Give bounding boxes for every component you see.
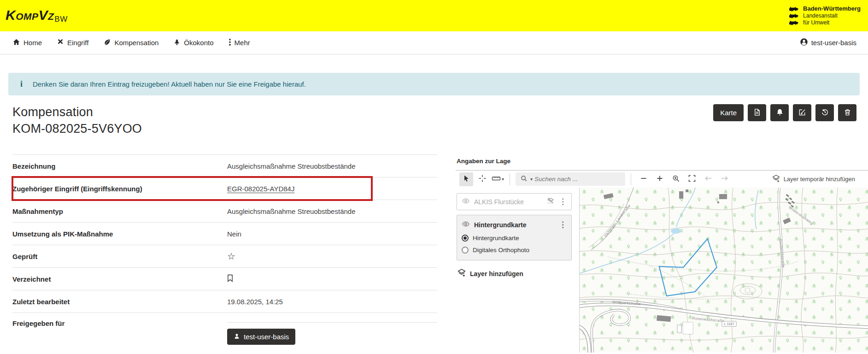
- add-temp-layer-button[interactable]: Layer temporär hinzufügen: [772, 174, 855, 184]
- edit-button[interactable]: [793, 104, 811, 121]
- eye-icon[interactable]: [462, 220, 470, 230]
- logo-part: V: [39, 7, 48, 23]
- select-tool-button[interactable]: [459, 172, 473, 186]
- agency-line2: Landesanstalt: [803, 12, 861, 19]
- row-label: Zugehöriger Eingriff (Eingriffskennung): [12, 185, 227, 193]
- nav-label: Ökokonto: [184, 39, 213, 47]
- layer-alkis-label: ALKIS Flurstücke: [474, 198, 542, 206]
- shared-user-chip[interactable]: test-user-basis: [227, 329, 295, 345]
- layer-panel-column: ALKIS Flurstücke ⋮ Hintergrundkarte ⋮ Hi…: [456, 188, 579, 353]
- zoom-out-button[interactable]: [637, 172, 651, 186]
- action-buttons: Karte: [713, 104, 856, 121]
- row-label: Bezeichnung: [12, 162, 227, 170]
- row-value: Ausgleichsmaßnahme Streuobstbestände: [227, 162, 356, 170]
- app-header: KOMPVZBW Baden-Württemberg Landesanstalt…: [0, 0, 868, 31]
- divider: [631, 173, 631, 185]
- document-icon: [753, 108, 761, 118]
- plus-icon: [656, 174, 664, 184]
- star-outline-icon: ☆: [227, 251, 235, 261]
- page-title: Kompensation: [12, 104, 142, 120]
- magnifier-plus-icon: [672, 174, 680, 184]
- karte-button[interactable]: Karte: [713, 104, 744, 121]
- chevron-down-icon[interactable]: ▾: [530, 177, 533, 182]
- person-icon: [234, 333, 240, 341]
- layer-menu-icon[interactable]: ⋮: [559, 198, 567, 206]
- table-row: Umsetzung als PIK-Maßnahme Nein: [12, 223, 437, 245]
- topographic-map: Vaihinger Landstraße Wildparkstraße Rote…: [580, 188, 868, 353]
- nav-item-kompensation[interactable]: Kompensation: [103, 38, 158, 47]
- measure-tool-button[interactable]: ▾: [492, 174, 504, 184]
- nav-item-home[interactable]: Home: [12, 38, 42, 47]
- road-number: L 1187: [724, 322, 734, 326]
- kompvz-logo[interactable]: KOMPVZBW: [6, 8, 68, 23]
- layer-panel-alkis[interactable]: ALKIS Flurstücke ⋮: [457, 193, 572, 210]
- history-forward-button[interactable]: [717, 172, 731, 186]
- table-row: Freigegeben für test-user-basis: [12, 313, 437, 354]
- page-id: KOM-082025-5V6YOO: [12, 120, 142, 137]
- row-value: 19.08.2025, 14:25: [227, 298, 283, 306]
- bw-coat-of-arms-icon: [788, 6, 799, 26]
- nav-item-oekokonto[interactable]: Ökokonto: [173, 38, 213, 47]
- user-circle-icon: [800, 38, 808, 47]
- row-label: Zuletzt bearbeitet: [12, 298, 227, 306]
- fullscreen-icon: [688, 174, 696, 184]
- row-value: Ausgleichsmaßnahme Streuobstbestände: [227, 207, 356, 215]
- radio-label: Digitales Orthophoto: [473, 247, 529, 254]
- agency-line3: für Umwelt: [803, 19, 861, 26]
- row-value: Nein: [227, 230, 241, 238]
- minus-icon: [639, 174, 648, 184]
- chevron-down-icon: ▾: [502, 177, 504, 182]
- eingriff-link[interactable]: EGR-082025-AYD84J: [227, 185, 294, 193]
- logo-part: Z: [48, 11, 54, 22]
- page-head: Kompensation KOM-082025-5V6YOO Karte: [0, 95, 868, 137]
- history-back-button[interactable]: [701, 172, 715, 186]
- table-row: Verzeichnet: [12, 268, 437, 290]
- radio-orthophoto[interactable]: Digitales Orthophoto: [462, 247, 567, 254]
- search-input[interactable]: [534, 176, 621, 183]
- delete-button[interactable]: [838, 104, 856, 121]
- details-panel: Bezeichnung Ausgleichsmaßnahme Streuobst…: [12, 154, 437, 354]
- add-layer-button[interactable]: Layer hinzufügen: [457, 268, 572, 279]
- info-banner: i Denken Sie daran Ihren Eintrag freizug…: [8, 73, 860, 95]
- bookmark-icon: [227, 276, 233, 283]
- row-label: Freigegeben für: [12, 319, 227, 327]
- nav-user-menu[interactable]: test-user-basis: [800, 38, 856, 47]
- add-temp-layer-label: Layer temporär hinzufügen: [784, 176, 855, 183]
- history-icon: [821, 108, 829, 118]
- logo-suffix: BW: [54, 15, 67, 24]
- layer-menu-icon[interactable]: ⋮: [559, 221, 567, 229]
- edit-icon: [798, 108, 806, 118]
- radio-hintergrundkarte[interactable]: Hintergrundkarte: [462, 235, 567, 242]
- notification-button[interactable]: [770, 104, 789, 121]
- row-label: Geprüft: [12, 253, 227, 260]
- map-section: Angaben zur Lage ▾ ▾: [456, 154, 868, 354]
- zoom-box-button[interactable]: [669, 172, 683, 186]
- tree-icon: [173, 38, 181, 47]
- road-number-badge: L 1187: [722, 321, 736, 326]
- map-search: ▾: [516, 172, 625, 186]
- agency-line1: Baden-Württemberg: [803, 5, 861, 12]
- document-button[interactable]: [748, 104, 766, 121]
- trash-icon: [844, 108, 851, 118]
- map-viewport[interactable]: Vaihinger Landstraße Wildparkstraße Rote…: [579, 188, 868, 353]
- home-icon: [12, 38, 20, 47]
- crosshair-icon: [478, 174, 487, 184]
- arrow-right-icon: [720, 174, 729, 184]
- nav-item-eingriff[interactable]: Eingriff: [57, 38, 88, 47]
- nav-item-mehr[interactable]: Mehr: [229, 38, 250, 47]
- divider: [227, 322, 437, 323]
- zoom-in-button[interactable]: [653, 172, 667, 186]
- crosshair-tool-button[interactable]: [475, 172, 489, 186]
- main-nav: Home Eingriff Kompensation Ökokonto Mehr…: [0, 31, 868, 54]
- row-label: Verzeichnet: [12, 275, 227, 283]
- more-icon: [229, 38, 231, 47]
- kompvz-app: KOMPVZBW Baden-Württemberg Landesanstalt…: [0, 0, 868, 354]
- table-row: Bezeichnung Ausgleichsmaßnahme Streuobst…: [12, 155, 437, 177]
- nav-label: Kompensation: [114, 39, 158, 47]
- history-button[interactable]: [815, 104, 834, 121]
- logo-part: OMP: [16, 11, 38, 22]
- layers-off-icon[interactable]: [546, 197, 555, 206]
- fullscreen-button[interactable]: [685, 172, 699, 186]
- table-row: Geprüft ☆: [12, 245, 437, 268]
- lubw-brand: Baden-Württemberg Landesanstalt für Umwe…: [788, 5, 861, 26]
